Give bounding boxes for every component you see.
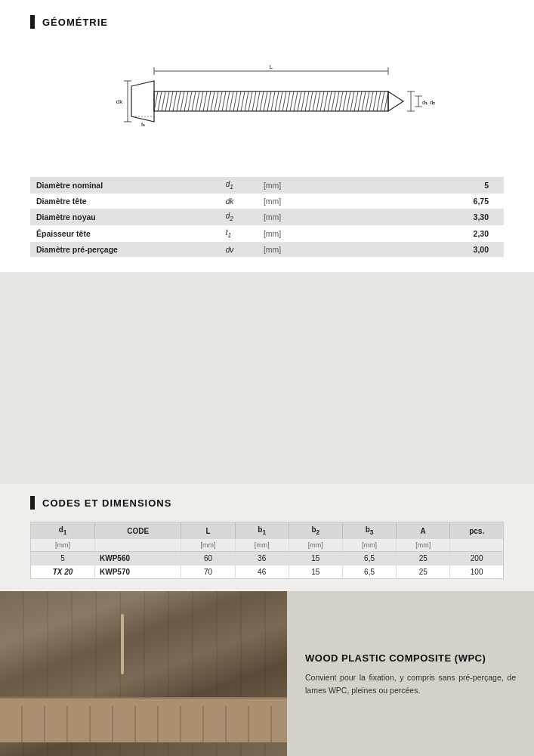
spec-sym: dv xyxy=(220,242,258,257)
svg-line-21 xyxy=(226,91,230,111)
svg-line-48 xyxy=(328,91,332,111)
unit-b2: [mm] xyxy=(289,539,342,552)
svg-marker-0 xyxy=(131,81,154,122)
spec-label: Diamètre nominal xyxy=(30,177,220,194)
cell-code: KWP560 xyxy=(95,552,181,565)
svg-line-8 xyxy=(177,91,181,111)
spec-value: 3,00 xyxy=(305,242,504,257)
cell-b2: 15 xyxy=(289,552,342,565)
svg-line-12 xyxy=(192,91,196,111)
cell-pcs: 100 xyxy=(450,565,503,579)
svg-line-62 xyxy=(381,91,384,111)
svg-line-45 xyxy=(316,91,320,111)
codes-row: 5KWP5606036156,525200 xyxy=(31,552,503,565)
spec-unit: [mm] xyxy=(258,225,305,242)
unit-A: [mm] xyxy=(397,539,450,552)
svg-line-55 xyxy=(354,91,358,111)
wpc-description: Convient pour la fixation, y compris san… xyxy=(305,671,516,697)
cell-d1: 5 xyxy=(31,552,95,565)
svg-line-31 xyxy=(264,91,267,111)
svg-line-36 xyxy=(282,91,286,111)
svg-line-61 xyxy=(377,91,381,111)
specs-row: Diamètre nominald1[mm]5 xyxy=(30,177,504,194)
col-A: A xyxy=(397,522,450,539)
svg-line-6 xyxy=(169,91,173,111)
svg-line-20 xyxy=(222,91,226,111)
svg-line-5 xyxy=(165,91,169,111)
svg-line-40 xyxy=(298,91,301,111)
middle-spacer xyxy=(0,272,534,484)
bottom-section: WOOD PLASTIC COMPOSITE (WPC) Convient po… xyxy=(0,591,534,756)
svg-line-41 xyxy=(301,91,305,111)
svg-line-46 xyxy=(320,91,324,111)
spec-label: Diamètre noyau xyxy=(30,209,220,225)
spec-unit: [mm] xyxy=(258,242,305,257)
codes-table: d1 CODE L b1 b2 b3 A pcs. [mm] [mm] [mm] xyxy=(31,522,503,578)
spec-sym: d1 xyxy=(220,177,258,194)
spec-unit: [mm] xyxy=(258,209,305,225)
geometry-title: GÉOMÉTRIE xyxy=(42,17,108,28)
codes-unit-row: [mm] [mm] [mm] [mm] [mm] [mm] xyxy=(31,539,503,552)
svg-line-3 xyxy=(158,91,162,111)
svg-line-54 xyxy=(350,91,354,111)
spec-unit: [mm] xyxy=(258,177,305,194)
codes-section: CODES ET DIMENSIONS d1 CODE L b1 b2 b3 A… xyxy=(0,484,534,591)
geometry-diagram: dk t₁ d₁ d₂ xyxy=(30,41,504,162)
cell-pcs: 200 xyxy=(450,552,503,565)
svg-line-32 xyxy=(267,91,271,111)
svg-line-27 xyxy=(248,91,252,111)
cell-L: 70 xyxy=(181,565,235,579)
svg-line-63 xyxy=(384,91,388,111)
svg-line-2 xyxy=(154,91,158,111)
svg-line-58 xyxy=(366,91,369,111)
wpc-info: WOOD PLASTIC COMPOSITE (WPC) Convient po… xyxy=(287,591,534,756)
cell-b3: 6,5 xyxy=(342,565,396,579)
svg-line-14 xyxy=(199,91,203,111)
wpc-board xyxy=(0,697,287,742)
svg-line-13 xyxy=(196,91,199,111)
svg-text:L: L xyxy=(269,64,273,70)
spec-value: 6,75 xyxy=(305,194,504,209)
col-code: CODE xyxy=(95,522,181,539)
svg-line-60 xyxy=(373,91,377,111)
svg-line-34 xyxy=(275,91,279,111)
codes-table-wrapper: d1 CODE L b1 b2 b3 A pcs. [mm] [mm] [mm] xyxy=(30,522,504,579)
codes-row: TX 20KWP5707046156,525100 xyxy=(31,565,503,579)
svg-line-24 xyxy=(237,91,241,111)
codes-table-header-row: d1 CODE L b1 b2 b3 A pcs. xyxy=(31,522,503,539)
cell-d1: TX 20 xyxy=(31,565,95,579)
svg-text:dk: dk xyxy=(116,98,122,105)
svg-line-43 xyxy=(309,91,313,111)
svg-text:t₁: t₁ xyxy=(141,121,145,128)
specs-row: Diamètre têtedk[mm]6,75 xyxy=(30,194,504,209)
spec-sym: dk xyxy=(220,194,258,209)
geometry-section: GÉOMÉTRIE xyxy=(0,0,534,272)
svg-line-53 xyxy=(347,91,350,111)
spec-unit: [mm] xyxy=(258,194,305,209)
svg-line-7 xyxy=(173,91,177,111)
svg-line-38 xyxy=(290,91,294,111)
svg-line-59 xyxy=(369,91,373,111)
spec-sym: t1 xyxy=(220,225,258,242)
svg-line-57 xyxy=(362,91,366,111)
svg-line-51 xyxy=(339,91,343,111)
wpc-title: WOOD PLASTIC COMPOSITE (WPC) xyxy=(305,652,516,664)
unit-d1: [mm] xyxy=(31,539,95,552)
svg-line-47 xyxy=(324,91,328,111)
svg-line-17 xyxy=(211,91,215,111)
svg-line-26 xyxy=(245,91,248,111)
svg-line-28 xyxy=(252,91,256,111)
svg-line-49 xyxy=(332,91,335,111)
svg-line-42 xyxy=(305,91,309,111)
spec-value: 2,30 xyxy=(305,225,504,242)
cell-b2: 15 xyxy=(289,565,342,579)
svg-text:d₁: d₁ xyxy=(422,99,428,106)
spec-value: 5 xyxy=(305,177,504,194)
svg-text:d₂: d₂ xyxy=(430,99,435,106)
spec-value: 3,30 xyxy=(305,209,504,225)
cell-b1: 46 xyxy=(235,565,289,579)
cell-code: KWP570 xyxy=(95,565,181,579)
svg-line-37 xyxy=(286,91,290,111)
cell-b3: 6,5 xyxy=(342,552,396,565)
svg-line-15 xyxy=(203,91,207,111)
